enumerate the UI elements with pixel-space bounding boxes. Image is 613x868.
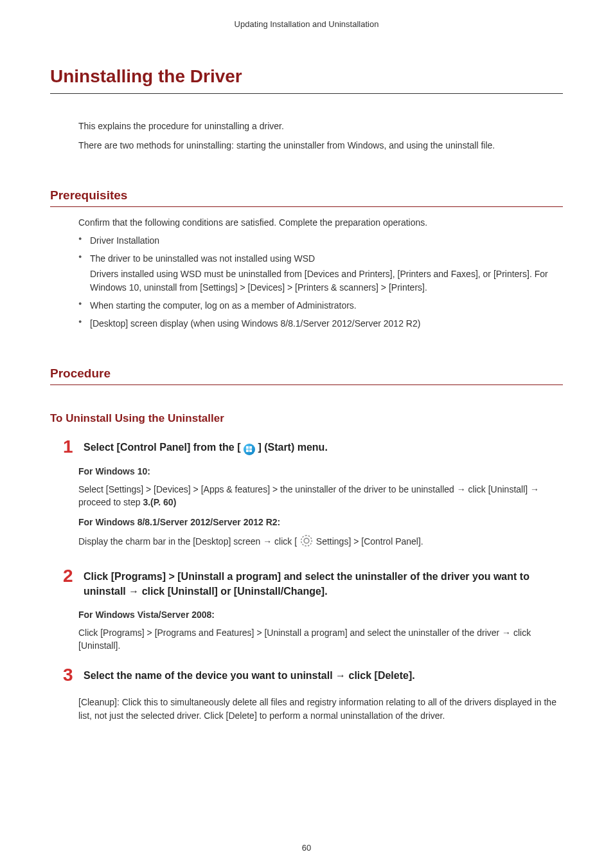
list-item: [Desktop] screen display (when using Win…: [78, 317, 563, 330]
svg-rect-1: [249, 446, 252, 449]
list-item: The driver to be uninstalled was not ins…: [78, 252, 563, 294]
procedure-heading: Procedure: [50, 366, 563, 385]
step-1: 1 Select [Control Panel] from the [ ] (S…: [63, 438, 563, 456]
list-item-note: Drivers installed using WSD must be unin…: [90, 267, 563, 294]
prerequisites-list: Driver Installation The driver to be uni…: [78, 234, 563, 330]
win8-heading: For Windows 8/8.1/Server 2012/Server 201…: [78, 516, 563, 529]
page-title: Uninstalling the Driver: [50, 66, 563, 94]
running-header: Updating Installation and Uninstallation: [50, 19, 563, 29]
step-title-before: Select [Control Panel] from the [: [84, 442, 240, 453]
procedure-subheading: To Uninstall Using the Uninstaller: [50, 412, 563, 425]
step-title-after: ] (Start) menu.: [258, 442, 327, 453]
win8-text: Display the charm bar in the [Desktop] s…: [78, 534, 563, 548]
vista-text: Click [Programs] > [Programs and Feature…: [78, 626, 563, 653]
win10-heading: For Windows 10:: [78, 465, 563, 478]
list-item: Driver Installation: [78, 234, 563, 247]
step-number: 2: [63, 567, 78, 585]
intro-paragraph-2: There are two methods for uninstalling: …: [78, 139, 563, 152]
windows-start-icon: [244, 444, 255, 455]
step-title: Click [Programs] > [Uninstall a program]…: [84, 567, 563, 599]
step-2-body: For Windows Vista/Server 2008: Click [Pr…: [78, 608, 563, 653]
step-number: 1: [63, 438, 78, 456]
intro-paragraph-1: This explains the procedure for uninstal…: [78, 120, 563, 132]
list-item-text: [Desktop] screen display (when using Win…: [90, 318, 420, 329]
step-reference: 3.(P. 60): [143, 497, 176, 507]
list-item-text: When starting the computer, log on as a …: [90, 300, 357, 311]
intro-block: This explains the procedure for uninstal…: [78, 120, 563, 152]
list-item: When starting the computer, log on as a …: [78, 299, 563, 312]
win10-text: Select [Settings] > [Devices] > [Apps & …: [78, 483, 563, 509]
step-3: 3 Select the name of the device you want…: [63, 666, 563, 684]
win8-text-after: Settings] > [Control Panel].: [316, 536, 423, 547]
svg-rect-3: [249, 449, 252, 452]
step-title: Select the name of the device you want t…: [84, 666, 415, 683]
step-2: 2 Click [Programs] > [Uninstall a progra…: [63, 567, 563, 599]
win8-text-before: Display the charm bar in the [Desktop] s…: [78, 536, 297, 547]
prerequisites-heading: Prerequisites: [50, 188, 563, 207]
svg-point-4: [304, 538, 309, 543]
gear-icon: [299, 534, 314, 548]
prerequisites-body: Confirm that the following conditions ar…: [78, 216, 563, 330]
prerequisites-lead: Confirm that the following conditions ar…: [78, 216, 563, 229]
step-3-body: [Cleanup]: Click this to simultaneously …: [78, 696, 563, 722]
svg-rect-0: [246, 446, 249, 449]
vista-heading: For Windows Vista/Server 2008:: [78, 608, 563, 621]
page-number: 60: [0, 843, 613, 853]
step-number: 3: [63, 666, 78, 684]
step-title: Select [Control Panel] from the [ ] (Sta…: [84, 438, 328, 455]
cleanup-text: [Cleanup]: Click this to simultaneously …: [78, 696, 563, 722]
svg-rect-2: [246, 449, 249, 452]
list-item-text: Driver Installation: [90, 235, 159, 246]
step-1-body: For Windows 10: Select [Settings] > [Dev…: [78, 465, 563, 548]
list-item-text: The driver to be uninstalled was not ins…: [90, 253, 315, 264]
